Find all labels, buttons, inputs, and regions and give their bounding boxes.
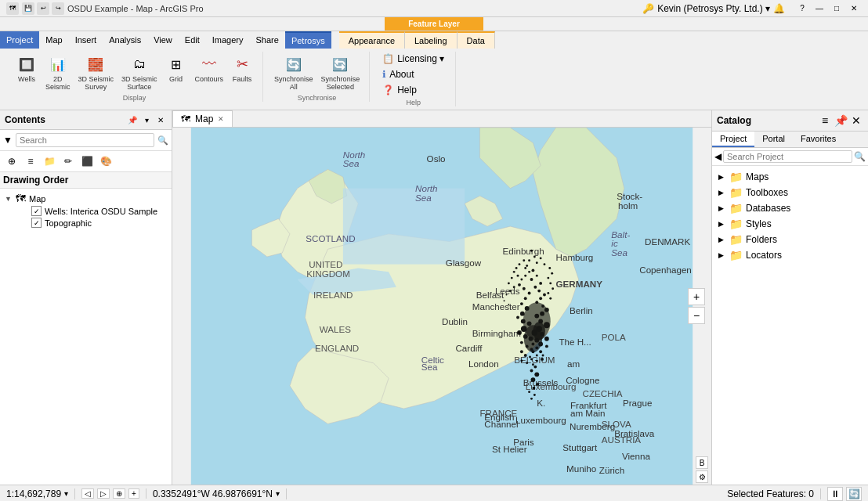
tree-item-wells[interactable]: ✓ Wells: Interica OSDU Sample [19,205,168,217]
svg-text:DENMARK: DENMARK [645,236,690,247]
contours-button[interactable]: 〰 Contours [192,52,227,92]
3d-seismic-survey-button[interactable]: 🧱 3D SeismicSurvey [75,52,118,92]
grid-button[interactable]: ⊞ Grid [162,52,190,92]
group-layer-button[interactable]: 📁 [41,153,58,170]
map-tab-close[interactable]: ✕ [218,115,224,123]
map-tab[interactable]: 🗺 Map ✕ [172,110,233,127]
svg-point-147 [533,366,537,369]
close-button[interactable]: ✕ [846,2,862,16]
help-button[interactable]: ? [794,2,810,16]
tab-labeling[interactable]: Labeling [405,31,458,49]
licensing-button[interactable]: 📋 Licensing ▾ [378,52,449,66]
svg-text:Edinburgh: Edinburgh [503,246,544,256]
maps-folder-icon: 📁 [729,171,743,183]
style-button[interactable]: 🎨 [97,153,114,170]
menu-map[interactable]: Map [39,31,68,49]
map-expand-arrow[interactable]: ▼ [5,195,13,203]
menu-view[interactable]: View [147,31,179,49]
zoom-layer-btn[interactable]: + [128,488,139,499]
topo-checkbox[interactable]: ✓ [31,218,42,228]
title-bar-left: 🗺 💾 ↩ ↪ OSDU Example - Map - ArcGIS Pro [6,2,204,15]
zoom-in-button[interactable]: + [688,288,705,305]
synchronise-selected-button[interactable]: 🔄 SynchroniseSelected [318,52,363,92]
zoom-extent-btn[interactable]: ⊕ [113,488,125,499]
help-group-label: Help [406,99,421,106]
overview-map-btn[interactable]: B [696,456,708,469]
ribbon-area: Feature Layer Project Map Insert Analysi… [0,17,868,110]
refresh-btn[interactable]: 🔄 [846,487,862,501]
synchronise-all-icon: 🔄 [283,53,305,75]
menu-project[interactable]: Project [0,31,39,49]
redo-icon[interactable]: ↪ [52,2,64,15]
svg-text:Hamburg: Hamburg [556,252,594,262]
catalog-item-maps[interactable]: ▶ 📁 Maps [715,169,865,185]
catalog-search-input[interactable] [723,150,852,163]
scale-dropdown[interactable]: ▾ [64,489,68,498]
catalog-back-btn[interactable]: ◀ [714,151,722,162]
tree-item-map[interactable]: ▼ 🗺 Map [3,192,168,205]
undo-icon[interactable]: ↩ [37,2,49,15]
add-layer-button[interactable]: ⊕ [3,153,20,170]
synchronise-all-button[interactable]: 🔄 SynchroniseAll [271,52,316,92]
contents-toolbar: ⊕ ≡ 📁 ✏ ⬛ 🎨 [0,151,172,172]
about-button[interactable]: ℹ About [378,67,418,81]
contents-search-bar: ▼ 🔍 [0,130,172,151]
save-icon[interactable]: 💾 [22,2,34,15]
svg-point-132 [513,286,515,288]
licensing-label: Licensing ▾ [397,53,444,64]
svg-point-92 [541,358,544,361]
wells-button[interactable]: 🔲 Wells [13,52,41,92]
coordinates-dropdown[interactable]: ▾ [276,489,280,498]
contents-search-input[interactable] [16,133,154,147]
nav-back-btn[interactable]: ◁ [81,488,94,499]
tree-item-topographic[interactable]: ✓ Topographic [19,217,168,229]
menu-petrosys[interactable]: Petrosys [285,31,331,49]
maximize-button[interactable]: □ [829,2,844,16]
catalog-menu-btn[interactable]: ≡ [818,114,832,128]
3d-seismic-surface-button[interactable]: 🗂 3D SeismicSurface [118,52,161,92]
svg-text:am Main: am Main [570,408,606,418]
panel-menu-button[interactable]: ▾ [140,114,153,126]
2d-seismic-button[interactable]: 📊 2DSeismic [42,52,74,92]
zoom-out-button[interactable]: − [688,307,705,324]
catalog-tab-portal[interactable]: Portal [754,132,793,147]
svg-text:London: London [468,359,499,369]
menu-edit[interactable]: Edit [179,31,206,49]
catalog-item-databases[interactable]: ▶ 📁 Databases [715,200,865,216]
drawing-order-header: Drawing Order [0,172,172,189]
svg-text:Berlin: Berlin [570,305,593,315]
panel-pin-button[interactable]: 📌 [126,114,139,126]
catalog-tab-project[interactable]: Project [712,132,754,147]
menu-imagery[interactable]: Imagery [206,31,250,49]
minimize-button[interactable]: — [812,2,827,16]
tab-appearance[interactable]: Appearance [339,31,405,49]
catalog-item-folders[interactable]: ▶ 📁 Folders [715,232,865,247]
tab-data[interactable]: Data [458,31,495,49]
faults-button[interactable]: ✂ Faults [228,52,256,92]
catalog-search-btn[interactable]: 🔍 [854,151,866,162]
nav-forward-btn[interactable]: ▷ [97,488,110,499]
user-info[interactable]: 🔑 Kevin (Petrosys Pty. Ltd.) ▾ 🔔 [642,3,785,14]
menu-analysis[interactable]: Analysis [103,31,147,49]
catalog-close-btn[interactable]: ✕ [849,114,863,128]
menu-insert[interactable]: Insert [69,31,103,49]
help-button-ribbon[interactable]: ❓ Help [378,83,421,97]
catalog-item-styles[interactable]: ▶ 📁 Styles [715,216,865,232]
panel-close-button[interactable]: ✕ [154,114,167,126]
catalog-item-locators[interactable]: ▶ 📁 Locators [715,247,865,263]
search-icon[interactable]: 🔍 [157,135,168,146]
window-title: OSDU Example - Map - ArcGIS Pro [67,4,204,13]
wells-checkbox[interactable]: ✓ [31,206,42,216]
pause-btn[interactable]: ⏸ [827,487,843,501]
svg-point-60 [524,267,526,269]
menu-share[interactable]: Share [250,31,285,49]
svg-point-67 [537,290,541,293]
map-container[interactable]: Oslo Stock- holm North Sea North Sea Bal… [172,128,711,485]
settings-map-btn[interactable]: ⚙ [696,470,708,483]
catalog-tab-favorites[interactable]: Favorites [793,132,844,147]
catalog-pin-btn[interactable]: 📌 [834,114,848,128]
properties-button[interactable]: ⬛ [78,153,96,170]
catalog-item-toolboxes[interactable]: ▶ 📁 Toolboxes [715,185,865,200]
edit-button[interactable]: ✏ [60,153,77,170]
list-view-button[interactable]: ≡ [22,153,39,170]
